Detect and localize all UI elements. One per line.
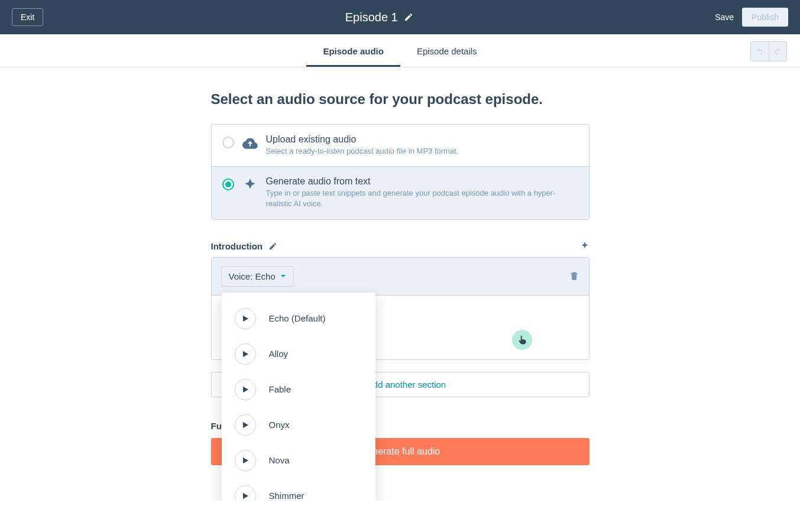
introduction-card-header: Voice: Echo Echo (Default) Alloy Fable [212,258,589,296]
voice-option-label: Onyx [269,420,290,430]
source-generate[interactable]: Generate audio from text Type in or past… [212,166,589,219]
introduction-label-row: Introduction [211,241,590,251]
top-bar: Exit Episode 1 Save Publish [0,0,800,34]
source-upload-title: Upload existing audio [266,134,578,145]
source-upload-desc: Select a ready-to-listen podcast audio f… [266,146,578,157]
undo-icon [755,47,765,56]
pencil-icon[interactable] [268,242,277,251]
voice-option-fable[interactable]: Fable [222,372,375,407]
radio-generate[interactable] [222,179,234,190]
voice-dropdown-label: Voice: Echo [229,271,276,281]
voice-option-label: Echo (Default) [269,313,326,323]
introduction-card: Voice: Echo Echo (Default) Alloy Fable [211,257,590,360]
secondary-bar: Episode audio Episode details [0,34,800,67]
pencil-icon[interactable] [404,12,413,22]
publish-button[interactable]: Publish [742,8,788,27]
tab-episode-details[interactable]: Episode details [400,37,494,67]
episode-title-wrap: Episode 1 [345,11,413,24]
undo-redo-group [750,41,787,61]
voice-option-alloy[interactable]: Alloy [222,336,375,372]
main-content: Select an audio source for your podcast … [211,91,590,465]
play-icon[interactable] [235,414,256,436]
play-icon[interactable] [235,485,256,501]
voice-option-label: Shimmer [269,491,305,501]
page-heading: Select an audio source for your podcast … [211,91,590,108]
tab-episode-audio[interactable]: Episode audio [306,37,400,67]
source-upload[interactable]: Upload existing audio Select a ready-to-… [212,125,589,166]
audio-source-options: Upload existing audio Select a ready-to-… [211,124,590,220]
sparkle-icon [242,177,258,193]
voice-option-onyx[interactable]: Onyx [222,407,375,443]
voice-option-label: Fable [269,384,292,394]
save-link[interactable]: Save [715,12,734,22]
radio-upload[interactable] [222,137,234,148]
play-icon[interactable] [235,308,256,329]
source-generate-desc: Type in or paste text snippets and gener… [266,188,578,209]
source-generate-title: Generate audio from text [266,176,578,187]
redo-icon [773,47,783,56]
play-icon[interactable] [235,450,256,471]
add-section-label: Add another section [367,379,446,390]
exit-button[interactable]: Exit [12,8,43,26]
voice-option-nova[interactable]: Nova [222,443,375,478]
voice-option-shimmer[interactable]: Shimmer [222,478,375,501]
episode-title: Episode 1 [345,11,398,24]
introduction-label: Introduction [211,241,263,251]
voice-dropdown-menu[interactable]: Echo (Default) Alloy Fable Onyx [222,293,375,501]
cloud-upload-icon [242,135,258,151]
trash-icon[interactable] [569,271,579,281]
source-upload-text: Upload existing audio Select a ready-to-… [266,134,578,157]
source-generate-text: Generate audio from text Type in or past… [266,176,578,209]
sparkle-icon[interactable] [580,241,590,251]
voice-dropdown[interactable]: Voice: Echo Echo (Default) Alloy Fable [221,266,294,287]
topbar-actions: Save Publish [715,8,788,27]
voice-option-label: Alloy [269,349,289,359]
undo-button[interactable] [751,42,769,61]
redo-button[interactable] [769,42,786,61]
voice-option-echo[interactable]: Echo (Default) [222,301,375,336]
play-icon[interactable] [235,379,256,400]
voice-option-label: Nova [269,455,290,465]
play-icon[interactable] [235,343,256,365]
caret-down-icon [280,273,286,279]
tabs: Episode audio Episode details [306,37,493,67]
